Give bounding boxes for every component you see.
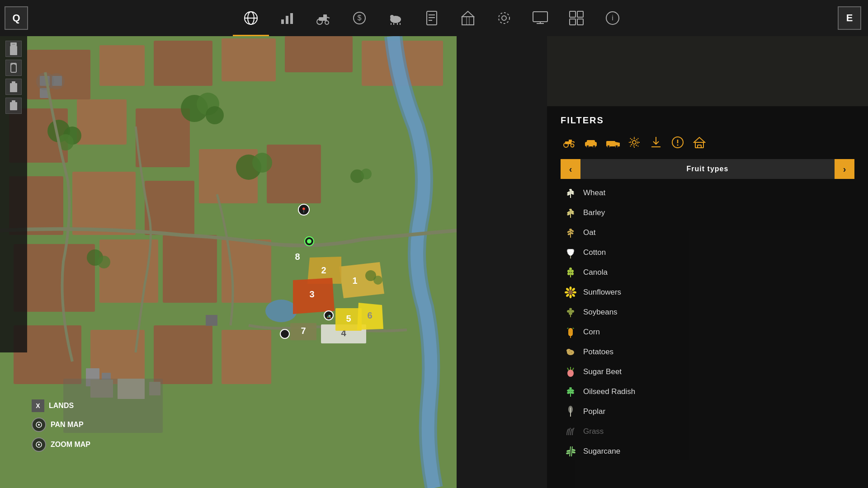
svg-point-105 bbox=[98, 256, 110, 268]
svg-point-134 bbox=[615, 145, 618, 147]
fruit-item-sugarcane[interactable]: Sugarcane bbox=[561, 442, 854, 461]
nav-equipment-button[interactable] bbox=[486, 0, 522, 36]
svg-rect-3 bbox=[281, 19, 284, 24]
svg-marker-142 bbox=[694, 137, 705, 142]
nav-tractor-button[interactable] bbox=[305, 0, 341, 36]
svg-text:5: 5 bbox=[346, 314, 351, 324]
sunflowers-icon bbox=[564, 286, 577, 299]
fruit-item-potatoes[interactable]: Potatoes bbox=[561, 343, 854, 361]
svg-line-200 bbox=[567, 368, 569, 371]
svg-rect-46 bbox=[77, 99, 127, 145]
nav-animals-button[interactable] bbox=[377, 0, 414, 36]
potatoes-icon bbox=[564, 346, 577, 358]
filters-panel: FILTERS bbox=[547, 106, 868, 488]
filter-truck-icon[interactable] bbox=[604, 134, 621, 151]
svg-point-14 bbox=[390, 15, 394, 19]
svg-point-129 bbox=[586, 145, 589, 147]
tool-storage[interactable] bbox=[5, 41, 22, 57]
fruit-types-prev-button[interactable]: ‹ bbox=[561, 159, 580, 179]
svg-point-150 bbox=[569, 189, 572, 191]
svg-rect-101 bbox=[90, 380, 113, 398]
filter-tractor-icon[interactable] bbox=[561, 134, 578, 151]
fruit-item-wheat[interactable]: Wheat bbox=[561, 183, 854, 202]
svg-text:2: 2 bbox=[321, 265, 326, 275]
right-blur-area bbox=[547, 36, 868, 106]
svg-point-165 bbox=[571, 249, 574, 253]
fruit-item-sugar-beet[interactable]: Sugar Beet bbox=[561, 362, 854, 381]
svg-rect-76 bbox=[206, 315, 217, 326]
svg-point-107 bbox=[373, 276, 382, 285]
nav-stats-button[interactable] bbox=[269, 0, 305, 36]
corn-icon bbox=[564, 326, 577, 338]
svg-point-172 bbox=[571, 272, 574, 275]
nav-contracts-button[interactable] bbox=[414, 0, 450, 36]
fruit-item-cotton[interactable]: Cotton bbox=[561, 243, 854, 262]
filter-download-icon[interactable] bbox=[647, 134, 665, 151]
pan-map-text: PAN MAP bbox=[51, 421, 84, 429]
fruit-item-oilseed-radish[interactable]: Oilseed Radish bbox=[561, 382, 854, 401]
tool-box2[interactable] bbox=[5, 98, 22, 114]
filter-home-icon[interactable] bbox=[691, 134, 708, 151]
svg-point-196 bbox=[569, 350, 571, 352]
filter-car-icon[interactable] bbox=[582, 134, 599, 151]
nav-silo-button[interactable] bbox=[450, 0, 486, 36]
cotton-icon bbox=[564, 246, 577, 259]
svg-point-198 bbox=[569, 353, 570, 354]
svg-rect-47 bbox=[136, 108, 190, 167]
svg-point-135 bbox=[632, 141, 636, 144]
tool-silo2[interactable] bbox=[5, 60, 22, 76]
svg-rect-114 bbox=[10, 83, 17, 92]
svg-point-28 bbox=[499, 13, 509, 23]
svg-point-141 bbox=[677, 145, 679, 146]
svg-rect-23 bbox=[462, 17, 474, 25]
svg-rect-59 bbox=[154, 325, 212, 384]
zoom-map-icon bbox=[32, 437, 46, 452]
sugarcane-label: Sugarcane bbox=[583, 447, 620, 456]
svg-point-176 bbox=[570, 295, 572, 298]
svg-rect-103 bbox=[149, 382, 160, 395]
fruit-item-grass[interactable]: Grass bbox=[561, 422, 854, 441]
filter-gear-icon[interactable] bbox=[626, 134, 643, 151]
e-button[interactable]: E bbox=[838, 6, 861, 30]
svg-point-109 bbox=[361, 169, 372, 179]
sugar-beet-label: Sugar Beet bbox=[583, 367, 622, 376]
fruit-item-oat[interactable]: Oat bbox=[561, 223, 854, 242]
fruit-types-next-button[interactable]: › bbox=[835, 159, 854, 179]
sugar-beet-icon bbox=[564, 366, 577, 378]
svg-rect-188 bbox=[568, 328, 573, 336]
zoom-map-label: ZOOM MAP bbox=[32, 437, 90, 452]
svg-point-175 bbox=[570, 286, 572, 290]
filter-alert-icon[interactable] bbox=[669, 134, 686, 151]
wheat-icon bbox=[564, 187, 577, 199]
svg-point-99 bbox=[280, 329, 289, 338]
fruit-item-canola[interactable]: Canola bbox=[561, 263, 854, 282]
fruit-item-corn[interactable]: Corn bbox=[561, 323, 854, 342]
nav-build-button[interactable] bbox=[558, 0, 594, 36]
svg-point-119 bbox=[38, 424, 40, 426]
pan-map-icon bbox=[32, 418, 46, 432]
filters-title: FILTERS bbox=[561, 115, 854, 126]
fruit-item-soybeans[interactable]: Soybeans bbox=[561, 303, 854, 322]
tool-box1[interactable] bbox=[5, 79, 22, 95]
svg-rect-125 bbox=[569, 140, 572, 142]
lands-label[interactable]: X LANDS bbox=[32, 399, 90, 412]
fruit-types-navigation: ‹ Fruit types › bbox=[561, 159, 854, 179]
svg-point-77 bbox=[265, 300, 297, 322]
svg-point-133 bbox=[607, 145, 610, 147]
nav-info-button[interactable]: i bbox=[594, 0, 631, 36]
fruit-item-barley[interactable]: Barley bbox=[561, 203, 854, 222]
svg-point-166 bbox=[569, 252, 572, 256]
svg-point-186 bbox=[569, 312, 572, 315]
svg-point-187 bbox=[569, 308, 572, 310]
svg-rect-60 bbox=[222, 330, 271, 384]
svg-text:1: 1 bbox=[352, 276, 357, 286]
fruit-item-sunflowers[interactable]: Sunflowers bbox=[561, 283, 854, 302]
nav-money-button[interactable]: $ bbox=[341, 0, 377, 36]
wheat-label: Wheat bbox=[583, 188, 605, 197]
fruit-item-poplar[interactable]: Poplar bbox=[561, 402, 854, 421]
svg-text:📍: 📍 bbox=[301, 207, 307, 213]
q-button[interactable]: Q bbox=[5, 6, 28, 30]
nav-map-button[interactable] bbox=[233, 0, 269, 36]
nav-monitor-button[interactable] bbox=[522, 0, 558, 36]
svg-text:7: 7 bbox=[301, 326, 306, 336]
